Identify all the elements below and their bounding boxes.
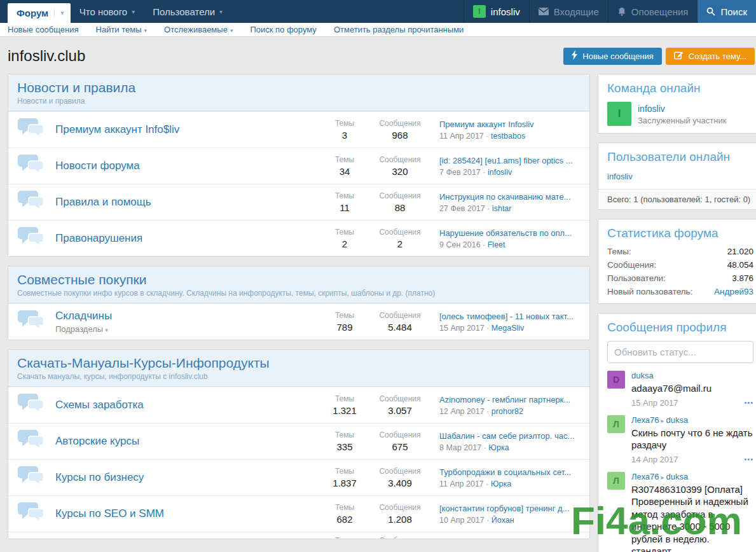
subnav-mark-read[interactable]: Отметить разделы прочитанными [334, 25, 464, 34]
subnav-search-forum[interactable]: Поиск по форуму [250, 25, 316, 34]
post-thread-button[interactable]: Создать тему... [666, 48, 755, 65]
latest-post-link[interactable]: Премиум аккаунт Infosliv [439, 120, 581, 129]
category-header[interactable]: Скачать-Мануалы-Курсы-Инфопродукты Скача… [8, 350, 589, 387]
avatar: I [473, 5, 486, 18]
account-menu[interactable]: I infosliv [464, 0, 529, 23]
status-input[interactable] [607, 341, 753, 363]
latest-post-link[interactable]: Шабалин - сам себе риэлтор. час... [439, 431, 581, 441]
threads-count: 335 [320, 441, 369, 452]
threads-count: 3 [320, 130, 369, 141]
chevron-down-icon: ▾ [230, 27, 233, 34]
threads-label: Темы [320, 503, 369, 512]
threads-label: Темы [320, 119, 369, 128]
latest-post-user[interactable]: MegaSliv [491, 324, 524, 333]
online-user-link[interactable]: infosliv [607, 172, 633, 181]
latest-post-link[interactable]: Нарушение обязательств по опл... [439, 228, 581, 238]
category-description: Новости и правила [17, 97, 581, 106]
inbox-menu[interactable]: Входящие [529, 0, 608, 23]
post-author-link[interactable]: duksa [631, 371, 654, 380]
latest-post-user[interactable]: Йохан [491, 516, 514, 525]
post-date: 15 Апр 2017 [631, 398, 678, 408]
latest-post-meta: 9 Сен 2016 · Fleet [439, 240, 581, 249]
more-options-icon[interactable]: ••• [744, 455, 753, 463]
category-header[interactable]: Совместные покупки Совместные покупки ин… [8, 266, 589, 303]
avatar[interactable]: Л [607, 472, 625, 490]
subforums-toggle[interactable]: Подразделы▾ [55, 324, 320, 334]
forum-list: Новости и правила Новости и правила Прем… [8, 74, 590, 548]
latest-post-user[interactable]: prohor82 [491, 407, 523, 416]
post-text: adaaya76@mail.ru [631, 382, 753, 395]
forum-link[interactable]: Правонарушения [55, 232, 142, 244]
latest-post-user[interactable]: Юрка [488, 443, 509, 452]
post-author-link[interactable]: Леха76 [631, 472, 659, 481]
search-button[interactable]: Поиск [697, 0, 756, 23]
avatar[interactable]: I [607, 102, 631, 126]
category-header[interactable]: Новости и правила Новости и правила [8, 74, 589, 111]
member-name-link[interactable]: infosliv [638, 104, 665, 114]
forum-link[interactable]: Правила и помощь [55, 196, 151, 208]
post-target-link[interactable]: duksa [666, 472, 689, 481]
post-target-link[interactable]: duksa [666, 415, 689, 425]
category-title: Совместные покупки [17, 272, 581, 287]
latest-post-link[interactable]: Турбопродажи в социальных сет... [439, 467, 581, 477]
lightning-icon [572, 50, 577, 62]
forum-link[interactable]: Новости форума [55, 160, 140, 172]
forum-link[interactable]: Курсы по SEO и SMM [55, 507, 164, 520]
page-header: infosliv.club Новые сообщения Создать те… [0, 37, 756, 74]
latest-post-user[interactable]: infosliv [488, 168, 512, 177]
latest-post-link[interactable]: Инструкция по скачиванию мате... [439, 192, 581, 202]
username: infosliv [491, 6, 520, 17]
chevron-down-icon: ▾ [144, 27, 148, 34]
messages-label: Сообщения [369, 228, 430, 237]
latest-post-meta: 11 Апр 2017 · testbabos [439, 132, 581, 141]
latest-post-meta: 10 Апр 2017 · Йохан [439, 516, 581, 525]
latest-post-meta: 11 Апр 2017 · Юрка [439, 480, 581, 488]
forum-row: Курсы по SEO и SMM Темы682 Сообщения1.20… [8, 495, 589, 532]
latest-post-link[interactable]: [константин горбунов] тренинг д... [439, 504, 581, 513]
messages-count: 3.409 [369, 478, 430, 488]
tab-members[interactable]: Пользователи ▾ [144, 0, 231, 23]
newest-member-link[interactable]: Андрей93 [714, 287, 753, 296]
messages-count: 5.484 [369, 322, 430, 333]
forum-link[interactable]: Курсы по бизнесу [55, 471, 144, 483]
messages-count: 3.057 [369, 405, 430, 416]
new-posts-button[interactable]: Новые сообщения [563, 48, 662, 65]
latest-post-link[interactable]: Azinomoney - гемблинг партнерк... [439, 395, 581, 404]
tab-whats-new[interactable]: Что нового ▾ [71, 0, 144, 23]
alerts-menu[interactable]: Оповещения [608, 0, 698, 23]
tab-forum[interactable]: Форум ▾ [8, 3, 71, 23]
latest-post-link[interactable]: [олесь тимофеев] - 11 новых такт... [439, 312, 581, 321]
block-title: Статистика форума [607, 226, 753, 240]
latest-post-meta: 15 Апр 2017 · MegaSliv [439, 324, 581, 333]
latest-post-user[interactable]: ishtar [492, 204, 512, 213]
forum-link[interactable]: Складчины [55, 310, 112, 322]
threads-label: Темы [320, 311, 369, 320]
latest-post-user[interactable]: Fleet [488, 240, 505, 249]
forum-link[interactable]: Авторские курсы [55, 435, 139, 447]
latest-post-user[interactable]: testbabos [491, 132, 525, 141]
latest-post-meta: 27 Фев 2017 · ishtar [439, 204, 581, 213]
subnav-find-threads[interactable]: Найти темы▾ [96, 25, 148, 34]
sub-navigation: Новые сообщения Найти темы▾ Отслеживаемы… [0, 23, 756, 37]
avatar[interactable]: Л [607, 415, 625, 433]
threads-count: 11 [320, 202, 369, 213]
post-author-link[interactable]: Леха76 [631, 415, 659, 425]
forum-bubbles-icon [17, 393, 45, 417]
forum-link[interactable]: Схемы заработка [55, 399, 144, 411]
subnav-new-posts[interactable]: Новые сообщения [8, 25, 79, 34]
post-text: Скинь почту что 6 не ждать раздачу [631, 427, 753, 452]
online-totals: Всего: 1 (пользователей: 1, гостей: 0) [598, 189, 756, 209]
forum-link[interactable]: Премиум аккаунт Info$liv [55, 123, 179, 135]
post-text: R307486310399 [Оплата] Проверенный и над… [631, 483, 753, 552]
latest-post-link[interactable]: [id: 285424] [eu1.ams] fiber optics ... [439, 156, 581, 165]
envelope-icon [539, 8, 549, 15]
latest-post-user[interactable]: Юрка [491, 480, 511, 488]
subnav-watched[interactable]: Отслеживаемые▾ [164, 25, 233, 34]
chevron-down-icon[interactable]: ▾ [54, 9, 64, 17]
block-title: Пользователи онлайн [607, 150, 753, 164]
threads-label: Темы [320, 431, 369, 439]
more-options-icon[interactable]: ••• [744, 399, 753, 406]
threads-label: Темы [320, 191, 369, 200]
page-title: infosliv.club [8, 47, 563, 65]
avatar[interactable]: D [607, 371, 625, 389]
